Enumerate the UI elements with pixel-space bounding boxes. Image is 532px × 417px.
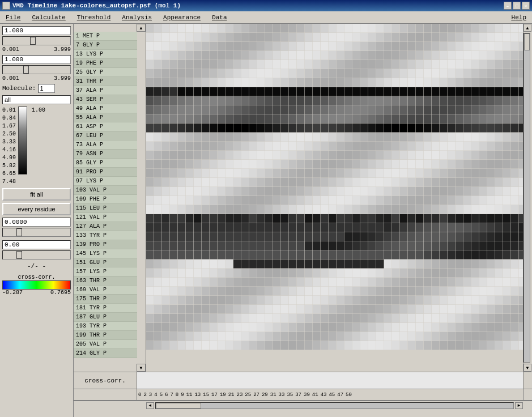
hscroll-track[interactable] (155, 402, 514, 409)
svg-rect-261 (233, 69, 241, 78)
svg-rect-581 (392, 124, 400, 133)
frame-number: 21 (228, 392, 235, 398)
svg-rect-1567 (281, 305, 289, 314)
slider1[interactable] (2, 36, 71, 45)
svg-rect-726 (352, 151, 360, 160)
svg-rect-1264 (257, 250, 265, 259)
svg-rect-376 (352, 87, 360, 96)
maximize-button[interactable]: □ (513, 2, 521, 10)
close-button[interactable]: ✕ (522, 2, 530, 10)
svg-rect-1079 (376, 214, 384, 223)
outer-vscroll-down[interactable]: ▼ (524, 364, 531, 372)
svg-rect-1524 (337, 296, 344, 305)
outer-vscroll-thumb[interactable] (524, 33, 530, 50)
svg-rect-356 (194, 87, 202, 96)
residue-item: 139 PRO P (74, 240, 137, 249)
bottom-value2-input[interactable]: 0.00 (2, 240, 71, 249)
svg-rect-1554 (178, 305, 186, 314)
outer-vscroll-up[interactable]: ▲ (524, 24, 531, 32)
svg-rect-1708 (210, 332, 218, 341)
svg-rect-1237 (440, 241, 448, 250)
minimize-button[interactable]: – (504, 2, 512, 10)
vscroll-down-arrow[interactable]: ▼ (137, 364, 146, 372)
svg-rect-11 (233, 24, 241, 33)
svg-rect-1352 (162, 269, 170, 278)
svg-rect-625 (344, 133, 352, 142)
svg-rect-810 (225, 169, 233, 178)
menu-file[interactable]: File (2, 13, 24, 22)
svg-rect-1256 (194, 250, 202, 259)
menu-help[interactable]: Help (508, 13, 530, 22)
every-residue-button[interactable]: every residue (2, 203, 71, 215)
svg-rect-486 (432, 105, 440, 114)
bottom-value1-input[interactable]: 0.0000 (2, 218, 71, 227)
svg-rect-1262 (241, 250, 249, 259)
svg-rect-580 (384, 124, 392, 133)
svg-rect-325 (344, 78, 352, 87)
svg-rect-621 (313, 133, 321, 142)
svg-rect-119 (297, 42, 305, 51)
svg-rect-1678 (368, 323, 376, 332)
svg-rect-704 (178, 151, 186, 160)
menu-calculate[interactable]: Calculate (28, 13, 69, 22)
svg-rect-1397 (519, 269, 523, 278)
svg-rect-333 (408, 78, 416, 87)
svg-rect-536 (432, 114, 440, 124)
svg-rect-374 (337, 87, 344, 96)
menu-threshold[interactable]: Threshold (74, 13, 114, 22)
svg-rect-1390 (463, 269, 471, 278)
svg-rect-231 (392, 60, 400, 69)
selection-input[interactable] (2, 95, 71, 104)
svg-rect-1455 (186, 287, 194, 296)
svg-rect-603 (170, 133, 178, 142)
frame-number: 3 (149, 392, 152, 398)
outer-vscroll-track[interactable] (524, 33, 530, 363)
svg-rect-1716 (273, 332, 281, 341)
svg-rect-1380 (384, 269, 392, 278)
hscroll-thumb[interactable] (156, 403, 201, 409)
hscroll-left-arrow[interactable]: ◄ (146, 402, 154, 409)
svg-rect-1640 (463, 314, 471, 323)
hscroll-right-arrow[interactable]: ► (515, 402, 523, 409)
svg-rect-684 (416, 142, 424, 151)
vscroll-up-arrow[interactable]: ▲ (137, 24, 146, 32)
svg-rect-162 (241, 51, 249, 60)
residue-item: 43 SER P (74, 95, 137, 104)
svg-rect-945 (503, 187, 511, 196)
svg-rect-1230 (384, 241, 392, 250)
svg-rect-1552 (162, 305, 170, 314)
slider-bottom1[interactable] (2, 228, 71, 237)
svg-rect-670 (305, 142, 313, 151)
molecule-input[interactable] (38, 84, 55, 93)
svg-rect-744 (495, 151, 503, 160)
svg-rect-1717 (281, 332, 289, 341)
svg-rect-992 (479, 196, 487, 205)
svg-rect-229 (376, 60, 384, 69)
residue-item: 25 GLY P (74, 68, 137, 77)
value1-input[interactable]: 1.000 (2, 26, 71, 35)
svg-rect-1319 (297, 259, 305, 269)
value2-input[interactable]: 1.000 (2, 55, 71, 64)
svg-rect-865 (265, 178, 273, 187)
svg-rect-1504 (178, 296, 186, 305)
svg-rect-1538 (448, 296, 456, 305)
scale-section: 0.01 0.84 1.67 2.50 3.33 4.16 4.99 5.82 … (2, 107, 71, 186)
slider2[interactable] (2, 65, 71, 74)
slider-bottom2[interactable] (2, 250, 71, 259)
svg-rect-396 (511, 87, 519, 96)
menu-analysis[interactable]: Analysis (118, 13, 155, 22)
svg-rect-591 (471, 124, 479, 133)
svg-rect-1601 (154, 314, 162, 323)
fit-all-button[interactable]: fit all (2, 188, 71, 201)
svg-rect-1570 (305, 305, 313, 314)
svg-rect-1024 (337, 205, 344, 214)
menu-data[interactable]: Data (208, 13, 230, 22)
residue-item: 187 GLU P (74, 313, 137, 322)
svg-rect-643 (487, 133, 495, 142)
svg-rect-1147 (519, 223, 523, 232)
svg-rect-1021 (313, 205, 321, 214)
svg-rect-1146 (511, 223, 519, 232)
menu-appearance[interactable]: Appearance (160, 13, 204, 22)
svg-rect-1741 (471, 332, 479, 341)
svg-rect-1334 (416, 259, 424, 269)
